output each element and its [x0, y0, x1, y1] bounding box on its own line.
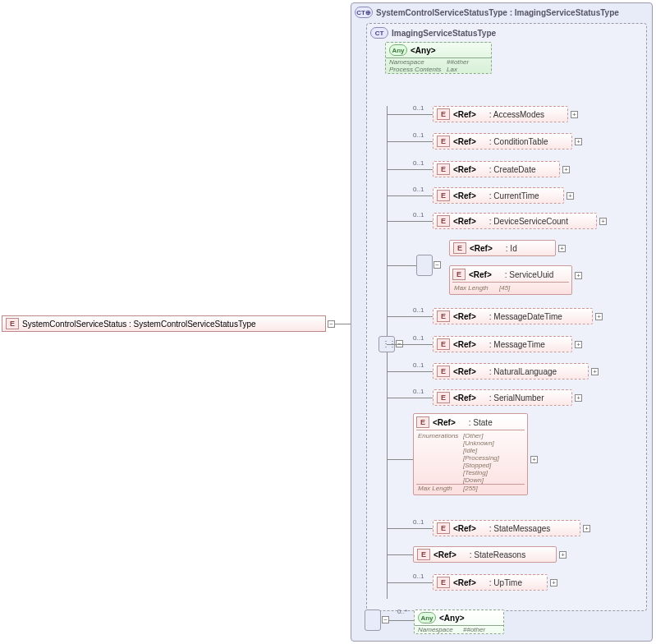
complextype-badge: CT⊕ — [355, 7, 373, 18]
expand-icon[interactable]: + — [567, 192, 574, 200]
element-badge: E — [437, 392, 450, 403]
ref-serialnumber[interactable]: E<Ref>: SerialNumber — [433, 389, 572, 406]
inner-type-header: CT ImagingServiceStatusType — [370, 27, 643, 39]
connector-line — [387, 528, 433, 529]
ref-messagetime[interactable]: E<Ref>: MessageTime — [433, 336, 572, 352]
ref-statereasons[interactable]: E<Ref>: StateReasons — [413, 546, 557, 563]
connector-line — [387, 352, 388, 599]
connector-line — [387, 554, 413, 555]
expand-icon[interactable]: + — [575, 394, 582, 402]
element-badge: E — [437, 136, 450, 147]
connector-line — [387, 398, 433, 398]
element-badge: E — [437, 310, 450, 322]
element-badge: E — [453, 242, 466, 254]
expand-icon[interactable]: + — [550, 579, 557, 586]
connector-line — [387, 196, 433, 196]
inner-type-box: CT ImagingServiceStatusType Any <Any> Na… — [366, 23, 647, 611]
expand-icon[interactable]: + — [575, 341, 582, 348]
element-badge: E — [452, 269, 466, 280]
connector-line — [387, 316, 433, 317]
connector-line — [335, 324, 351, 324]
expand-icon[interactable]: + — [559, 551, 567, 559]
ref-accessmodes[interactable]: E<Ref>: AccessModes — [433, 106, 568, 122]
connector-line — [387, 114, 433, 115]
any-bottom-box: Any <Any> Namespace##other — [414, 610, 504, 634]
any-bottom-label: <Any> — [439, 614, 465, 623]
complextype-badge: CT — [370, 27, 388, 39]
expand-icon[interactable]: + — [599, 218, 607, 225]
ref-conditiontable[interactable]: E<Ref>: ConditionTable — [433, 133, 572, 150]
connector-line — [387, 169, 433, 170]
choice-indicator — [416, 255, 433, 276]
any-label: <Any> — [411, 46, 436, 55]
ref-currenttime[interactable]: E<Ref>: CurrentTime — [433, 187, 564, 204]
connector-line — [387, 371, 433, 372]
ref-deviceservicecount[interactable]: E<Ref>: DeviceServiceCount — [433, 213, 597, 229]
element-badge: E — [437, 108, 450, 120]
ref-id[interactable]: E<Ref>: Id — [449, 240, 556, 256]
sequence-indicator-bottom — [365, 610, 381, 631]
ref-createdate[interactable]: E<Ref>: CreateDate — [433, 161, 560, 177]
connector-line — [387, 344, 433, 345]
expand-icon[interactable]: + — [583, 525, 590, 532]
element-badge: E — [6, 318, 19, 329]
connector-line — [387, 265, 416, 266]
expand-icon[interactable]: + — [575, 272, 582, 279]
connector-line — [387, 459, 413, 460]
element-badge: E — [437, 577, 450, 588]
any-badge: Any — [389, 44, 407, 56]
ref-naturallanguage[interactable]: E<Ref>: NaturalLanguage — [433, 363, 589, 380]
expand-icon[interactable]: + — [595, 313, 603, 320]
expand-icon[interactable]: − — [382, 616, 389, 623]
element-badge: E — [437, 522, 450, 534]
expand-icon[interactable]: + — [562, 166, 570, 173]
inner-type-label: ImagingServiceStatusType — [392, 29, 496, 38]
expand-icon[interactable]: + — [558, 245, 566, 252]
element-badge: E — [437, 215, 450, 227]
element-badge: E — [417, 549, 430, 560]
ref-statemessages[interactable]: E<Ref>: StateMessages — [433, 520, 580, 536]
connector-line — [387, 141, 433, 142]
outer-type-box: CT⊕ SystemControlServiceStatusType : Ima… — [351, 2, 653, 642]
expand-icon[interactable]: + — [530, 456, 538, 463]
outer-type-header: CT⊕ SystemControlServiceStatusType : Ima… — [355, 7, 649, 18]
element-badge: E — [437, 338, 450, 350]
outer-type-label: SystemControlServiceStatusType : Imaging… — [376, 8, 619, 17]
ref-messagedatetime[interactable]: E<Ref>: MessageDateTime — [433, 308, 593, 324]
element-badge: E — [437, 190, 450, 201]
expand-icon[interactable]: − — [434, 261, 441, 269]
ref-state[interactable]: E<Ref>: State Enumerations[Other] [Unkno… — [413, 413, 528, 495]
any-badge: Any — [418, 612, 436, 623]
expand-icon[interactable]: + — [571, 111, 578, 118]
expand-icon[interactable]: + — [591, 368, 599, 375]
connector-line — [389, 620, 414, 621]
ref-uptime[interactable]: E<Ref>: UpTime — [433, 574, 548, 591]
any-top-box: Any <Any> Namespace##other Process Conte… — [385, 42, 492, 74]
ref-serviceuuid[interactable]: E<Ref>: ServiceUuid Max Length[45] — [449, 265, 572, 295]
connector-line — [387, 221, 433, 222]
expand-icon[interactable]: + — [575, 138, 582, 145]
element-badge: E — [437, 163, 450, 175]
element-badge: E — [416, 416, 429, 428]
connector-line — [387, 582, 433, 583]
expand-icon[interactable]: − — [328, 320, 335, 328]
root-element[interactable]: E SystemControlServiceStatus : SystemCon… — [2, 315, 326, 332]
element-badge: E — [437, 366, 450, 377]
root-label: SystemControlServiceStatus : SystemContr… — [22, 320, 256, 329]
